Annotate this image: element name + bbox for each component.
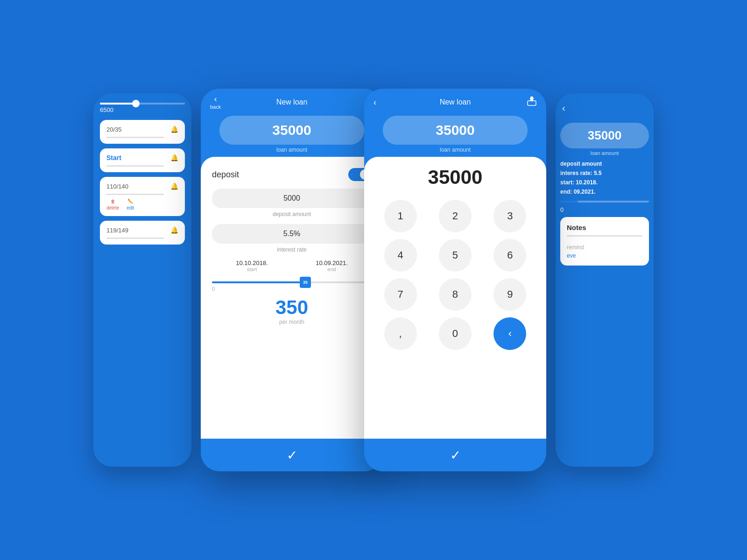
end-date-col: 10.09.2021. end (316, 259, 348, 272)
numpad-key-5[interactable]: 5 (439, 239, 472, 272)
p4-every-label: eve (567, 252, 642, 259)
phone-partial-left: 6500 20/35 🔔 Start 🔔 (93, 93, 191, 467)
numpad-key-backspace[interactable]: ‹ (493, 317, 526, 350)
back-label: back (210, 104, 221, 110)
p4-content: 35000 loan amount deposit amount interes… (556, 118, 654, 270)
p4-start-value: 10.2018. (576, 179, 598, 186)
p1-card-3-number: 110/140 (106, 183, 128, 190)
bell-icon-2: 🔔 (170, 154, 178, 161)
phone-3-loan-amount[interactable]: 35000 (383, 116, 528, 145)
p1-slider-track[interactable] (100, 103, 185, 105)
p1-card-4-row: 119/149 🔔 (106, 226, 178, 234)
p1-card-2-bar (106, 165, 164, 167)
numpad-key-4[interactable]: 4 (384, 239, 417, 272)
deposit-label: deposit (212, 170, 239, 180)
start-date-col: 10.10.2018. start (236, 259, 268, 272)
share-button[interactable] (527, 96, 537, 109)
p4-deposit-line: deposit amount (560, 161, 649, 167)
slider-value: 35 (303, 280, 308, 285)
p4-loan-label: loan amount (560, 150, 649, 156)
p4-interest-label: interes rate: (560, 170, 592, 176)
p1-card-2: Start 🔔 (100, 148, 185, 172)
p4-rate-line: interes rate: 5.5 (560, 170, 649, 176)
phone-2-body: deposit 5000 deposit amount 5.5% interes… (201, 157, 383, 439)
p4-reminder-label: remind (567, 244, 642, 251)
p4-start-line: start: 10.2018. (560, 179, 649, 186)
dates-row: 10.10.2018. start 10.09.2021. end (212, 259, 372, 272)
p1-start-label[interactable]: Start (106, 154, 121, 161)
p4-slider-fill (560, 201, 578, 203)
phone-3-header: ‹ New loan (364, 89, 546, 112)
numpad-key-6[interactable]: 6 (493, 239, 526, 272)
bell-icon-1: 🔔 (170, 126, 178, 133)
phone-3-back-button[interactable]: ‹ (374, 98, 376, 106)
phone-2-check-icon[interactable]: ✓ (287, 448, 297, 463)
numpad-key-8[interactable]: 8 (439, 278, 472, 311)
p4-loan-pill: 35000 (560, 123, 649, 148)
deposit-amount-label: deposit amount (212, 211, 372, 217)
p1-slider-fill (100, 103, 134, 105)
p1-card-1-number: 20/35 (106, 126, 122, 133)
p4-notes-card: Notes remind eve (560, 217, 649, 266)
slider-thumb[interactable]: 35 (300, 277, 311, 288)
p4-back-icon[interactable]: ‹ (562, 103, 565, 113)
p1-card-4-bar (106, 238, 164, 239)
p1-slider-section: 6500 (100, 103, 185, 113)
p4-end-line: end: 09.2021. (560, 189, 649, 195)
p1-card-3-bar (106, 194, 164, 195)
slider-labels: 0 60 (212, 286, 372, 292)
phone-2-loan-amount[interactable]: 35000 (219, 116, 364, 145)
p4-zero: 0 (560, 206, 649, 213)
deposit-amount-field[interactable]: 5000 (212, 189, 372, 208)
p1-amount-label: 6500 (100, 106, 185, 113)
phone-3: ‹ New loan 35000 loan amount 35000 (364, 89, 546, 471)
p1-card-3: 110/140 🔔 🗑 delete ✏️ edit (100, 177, 185, 216)
p1-card-1-bar (106, 137, 164, 138)
scene: 6500 20/35 🔔 Start 🔔 (0, 0, 747, 560)
term-slider-container: 35 0 60 (212, 281, 372, 292)
per-month-amount: 350 (212, 296, 372, 319)
p4-end-value: 09.2021. (574, 189, 596, 195)
svg-marker-1 (529, 96, 534, 99)
numpad-key-comma[interactable]: , (384, 317, 417, 350)
p4-slider-track (560, 201, 649, 203)
p1-card-1: 20/35 🔔 (100, 120, 185, 144)
p1-delete-btn[interactable]: 🗑 delete (106, 199, 119, 210)
start-date-label: start (236, 266, 268, 272)
p1-card-2-row: Start 🔔 (106, 154, 178, 161)
back-chevron-icon: ‹ (214, 95, 217, 103)
bell-icon-4: 🔔 (170, 226, 178, 234)
back-button[interactable]: ‹ back (210, 95, 221, 110)
p4-start-label: start: (560, 179, 574, 186)
numpad-key-0[interactable]: 0 (439, 317, 472, 350)
phone-3-back-icon: ‹ (374, 98, 376, 106)
phone-2-loan-label: loan amount (201, 147, 383, 153)
numpad-key-3[interactable]: 3 (493, 200, 526, 232)
numpad-key-2[interactable]: 2 (439, 200, 472, 232)
p1-card-4-number: 119/149 (106, 227, 128, 234)
phone-3-title: New loan (440, 98, 471, 106)
bell-icon-3: 🔔 (170, 182, 178, 190)
numpad-key-9[interactable]: 9 (493, 278, 526, 311)
phone-2-bottom: ✓ (201, 439, 383, 471)
phone-3-check-icon[interactable]: ✓ (450, 448, 461, 463)
p1-card-1-row: 20/35 🔔 (106, 126, 178, 133)
p4-slider-area: 0 (560, 201, 649, 213)
end-date-value[interactable]: 10.09.2021. (316, 259, 348, 266)
deposit-toggle-row: deposit (212, 168, 372, 181)
p4-end-label: end: (560, 189, 572, 195)
slider-track[interactable]: 35 (212, 281, 372, 283)
p4-deposit-amount-label: deposit amount (560, 161, 602, 167)
numpad-key-7[interactable]: 7 (384, 278, 417, 311)
phone-3-loan-label: loan amount (364, 147, 546, 153)
phone-2-header: ‹ back New loan (201, 89, 383, 112)
p1-edit-btn[interactable]: ✏️ edit (127, 199, 134, 210)
edit-icon: ✏️ (127, 199, 133, 204)
interest-rate-field[interactable]: 5.5% (212, 224, 372, 244)
trash-icon: 🗑 (111, 199, 115, 204)
p4-notes-divider (567, 235, 642, 237)
start-date-value[interactable]: 10.10.2018. (236, 259, 268, 266)
phones-wrapper: 6500 20/35 🔔 Start 🔔 (47, 89, 700, 471)
numpad-key-1[interactable]: 1 (384, 200, 417, 232)
per-month-label: per month (212, 319, 372, 325)
